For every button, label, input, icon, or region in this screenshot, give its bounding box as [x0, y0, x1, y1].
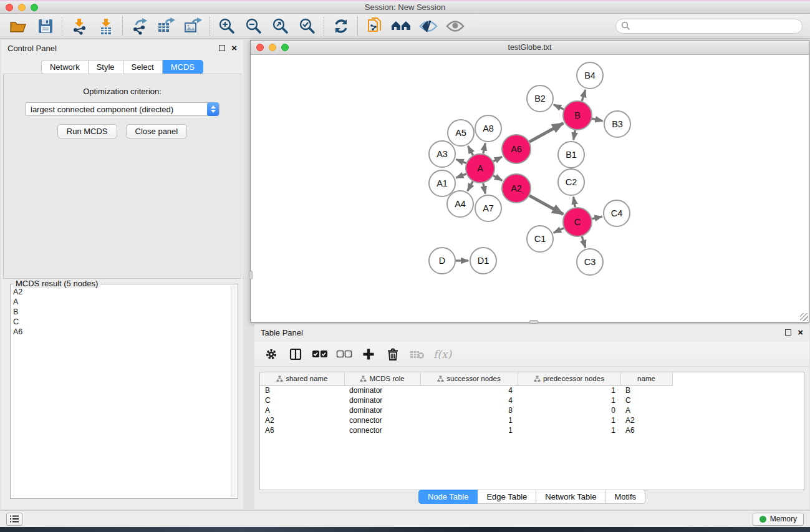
edge-C-C1[interactable]	[554, 228, 564, 233]
control-panel-tabs: NetworkStyleSelectMCDS	[1, 60, 243, 74]
close-panel-button[interactable]: Close panel	[126, 124, 188, 138]
edge-B-B3[interactable]	[592, 118, 602, 121]
toolbar-separator	[62, 17, 62, 36]
task-history-button[interactable]	[6, 513, 22, 526]
deselect-all-checkboxes-button[interactable]	[335, 345, 354, 364]
tab-motifs[interactable]: Motifs	[605, 490, 645, 504]
edge-A-A6[interactable]	[493, 157, 502, 161]
select-all-checkboxes-button[interactable]	[311, 345, 329, 364]
save-session-button[interactable]	[32, 16, 59, 37]
resize-grip-icon[interactable]	[800, 313, 808, 321]
clone-network-icon	[366, 17, 383, 35]
column-header-predecessor-nodes[interactable]: predecessor nodes	[518, 372, 620, 385]
tab-mcds[interactable]: MCDS	[163, 60, 203, 74]
preferred-layout-button[interactable]	[388, 16, 415, 37]
table-cell: 4	[420, 385, 518, 395]
edge-A-A2[interactable]	[493, 176, 502, 181]
zoom-selected-button[interactable]	[294, 16, 321, 37]
edge-B-B2[interactable]	[554, 105, 564, 109]
delete-table-button[interactable]	[408, 345, 427, 364]
close-table-panel-icon[interactable]: ×	[798, 329, 803, 336]
zoom-in-button[interactable]	[213, 16, 240, 37]
result-item[interactable]: B	[13, 307, 230, 317]
delete-column-button[interactable]	[383, 345, 402, 364]
edge-A-A5[interactable]	[468, 146, 473, 155]
minimize-window-button[interactable]	[18, 4, 26, 11]
edge-C-C4[interactable]	[592, 216, 602, 219]
column-header-successor-nodes[interactable]: successor nodes	[420, 372, 518, 385]
edge-B-B1[interactable]	[574, 130, 575, 140]
memory-button[interactable]: Memory	[753, 513, 804, 526]
edge-B-B4[interactable]	[582, 90, 586, 101]
table-settings-button[interactable]	[262, 345, 281, 364]
export-image-button[interactable]	[180, 16, 206, 37]
edge-A2-C[interactable]	[529, 196, 563, 215]
table-row[interactable]: A2connector11A2	[260, 415, 672, 425]
clone-network-button[interactable]	[361, 16, 388, 37]
open-file-button[interactable]	[5, 16, 32, 37]
table-row[interactable]: A6connector11A6	[260, 425, 672, 435]
table-cell: A2	[260, 415, 344, 425]
import-table-icon	[97, 17, 115, 35]
tab-network[interactable]: Network	[41, 60, 89, 74]
float-table-panel-icon[interactable]	[785, 329, 791, 336]
zoom-out-button[interactable]	[240, 16, 267, 37]
result-item[interactable]: A2	[13, 287, 230, 297]
network-canvas[interactable]: B4B2BB3A5A8A6B1A3AC2A1A2A4A7C4CC1DD1C3	[251, 55, 809, 322]
edge-A-A7[interactable]	[483, 183, 485, 194]
optimization-criterion-dropdown[interactable]: largest connected component (directed)	[25, 102, 219, 116]
show-graphics-details-button[interactable]	[441, 16, 468, 37]
edge-A-A3[interactable]	[456, 160, 466, 163]
search-input[interactable]	[615, 19, 803, 34]
node-table: shared nameMCDS rolesuccessor nodesprede…	[259, 372, 804, 490]
tab-select[interactable]: Select	[123, 60, 163, 74]
column-header-shared-name[interactable]: shared name	[260, 372, 344, 385]
column-header-mcds-role[interactable]: MCDS role	[344, 372, 420, 385]
result-scrollbar[interactable]	[231, 286, 236, 497]
edge-C-C2[interactable]	[574, 197, 576, 208]
table-row[interactable]: Cdominator41C	[260, 395, 672, 405]
zoom-window-button[interactable]	[31, 4, 38, 11]
tab-node-table[interactable]: Node Table	[418, 490, 478, 504]
table-row[interactable]: Adominator80A	[260, 405, 672, 415]
left-divider-grip[interactable]	[249, 271, 253, 279]
add-column-button[interactable]	[359, 345, 378, 364]
import-network-button[interactable]	[65, 16, 92, 37]
result-item[interactable]: C	[13, 317, 230, 327]
function-builder-button[interactable]: f(x)	[432, 348, 451, 360]
export-network-button[interactable]	[126, 16, 153, 37]
network-minimize-button[interactable]	[269, 44, 276, 51]
column-header-name[interactable]: name	[620, 372, 672, 385]
zoom-out-icon	[245, 17, 263, 35]
network-close-button[interactable]	[256, 44, 264, 51]
tab-network-table[interactable]: Network Table	[536, 490, 605, 504]
network-window-titlebar[interactable]: testGlobe.txt	[251, 41, 809, 55]
close-window-button[interactable]	[6, 4, 13, 11]
edge-A-A1[interactable]	[456, 174, 466, 178]
refresh-layout-button[interactable]	[327, 16, 354, 37]
hide-panels-button[interactable]	[415, 16, 441, 37]
result-item[interactable]: A6	[13, 327, 230, 337]
result-item[interactable]: A	[13, 297, 230, 307]
tab-edge-table[interactable]: Edge Table	[478, 490, 536, 504]
network-window-title: testGlobe.txt	[251, 43, 809, 52]
mdi-desktop: Control Panel × NetworkStyleSelectMCDS O…	[0, 39, 810, 510]
run-mcds-button[interactable]: Run MCDS	[57, 124, 117, 138]
node-label-A5: A5	[455, 128, 466, 138]
import-table-button[interactable]	[92, 16, 119, 37]
float-panel-icon[interactable]	[219, 45, 225, 51]
export-table-button[interactable]	[153, 16, 180, 37]
zoom-fit-button[interactable]	[267, 16, 294, 37]
checked-boxes-icon	[312, 350, 328, 359]
bottom-divider-grip[interactable]	[529, 320, 538, 324]
network-zoom-button[interactable]	[281, 44, 289, 51]
edge-A6-B[interactable]	[529, 123, 563, 142]
column-layout-button[interactable]	[286, 345, 305, 364]
edge-A-A8[interactable]	[483, 143, 485, 154]
close-panel-icon[interactable]: ×	[231, 45, 237, 51]
edge-C-C3[interactable]	[582, 236, 586, 248]
tab-style[interactable]: Style	[89, 60, 123, 74]
edge-A-A4[interactable]	[468, 181, 473, 191]
optimization-criterion-label: Optimization criterion:	[4, 87, 241, 96]
table-row[interactable]: Bdominator41B	[260, 385, 672, 395]
